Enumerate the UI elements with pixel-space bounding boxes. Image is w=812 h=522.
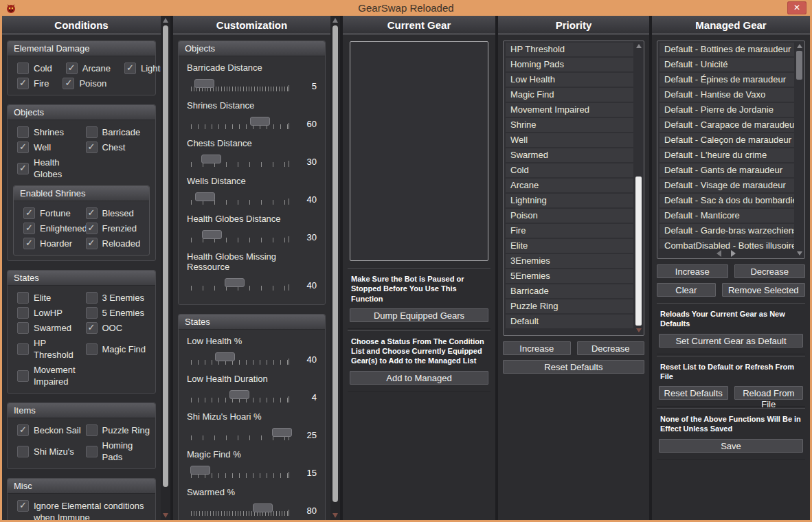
- checkbox-cold[interactable]: Cold: [13, 63, 52, 74]
- checkbox-ooc[interactable]: ✓OOC: [82, 322, 150, 334]
- close-button[interactable]: ✕: [787, 1, 807, 14]
- managed-decrease-button[interactable]: Decrease: [734, 264, 806, 278]
- checkbox-box-icon[interactable]: ✓: [63, 78, 74, 89]
- list-item[interactable]: Default - Carapace de maraudeur: [659, 118, 794, 132]
- managed-scrollbar[interactable]: [796, 43, 803, 257]
- scrollbar-thumb[interactable]: [163, 25, 168, 487]
- list-item[interactable]: Well: [506, 133, 633, 147]
- scrollbar-thumb[interactable]: [796, 51, 802, 80]
- checkbox-beckon-sail[interactable]: ✓Beckon Sail: [13, 424, 82, 436]
- checkbox-box-icon[interactable]: [86, 307, 98, 319]
- list-item[interactable]: Default - Garde-bras warzechiens: [659, 224, 794, 238]
- list-item[interactable]: Magic Find: [506, 88, 633, 102]
- slider-track[interactable]: [191, 78, 289, 93]
- priority-scrollbar[interactable]: [635, 43, 642, 334]
- list-item[interactable]: Default - L'heure du crime: [659, 148, 794, 162]
- slider-track[interactable]: [191, 229, 289, 245]
- checkbox-well[interactable]: ✓Well: [13, 141, 82, 153]
- checkbox-swarmed[interactable]: Swarmed: [13, 322, 82, 334]
- checkbox-box-icon[interactable]: [17, 322, 29, 334]
- checkbox-box-icon[interactable]: [86, 292, 98, 304]
- managed-hscroll[interactable]: [657, 249, 795, 258]
- slider-thumb[interactable]: [229, 390, 249, 399]
- priority-decrease-button[interactable]: Decrease: [577, 341, 645, 355]
- checkbox-box-icon[interactable]: ✓: [23, 207, 35, 219]
- checkbox-shrines[interactable]: Shrines: [13, 126, 82, 138]
- slider-thumb[interactable]: [194, 79, 214, 88]
- checkbox-shi-mizu-s[interactable]: Shi Mizu's: [13, 440, 82, 463]
- slider-track[interactable]: [191, 352, 289, 367]
- list-item[interactable]: Homing Pads: [506, 58, 633, 71]
- checkbox-magic-find[interactable]: Magic Find: [82, 337, 150, 361]
- checkbox-box-icon[interactable]: [86, 343, 98, 355]
- priority-increase-button[interactable]: Increase: [503, 341, 571, 355]
- list-item[interactable]: Default: [506, 315, 633, 328]
- slider-thumb[interactable]: [250, 117, 270, 126]
- slider-thumb[interactable]: [272, 428, 292, 437]
- checkbox-health-globes[interactable]: ✓Health Globes: [13, 157, 82, 180]
- save-button[interactable]: Save: [659, 439, 803, 453]
- scrollbar-thumb[interactable]: [635, 177, 642, 326]
- checkbox-elite[interactable]: Elite: [13, 292, 82, 304]
- scroll-right-icon[interactable]: [731, 250, 736, 257]
- list-item[interactable]: Default - Pierre de Jordanie: [659, 103, 794, 117]
- checkbox-fortune[interactable]: ✓Fortune: [19, 207, 82, 219]
- list-item[interactable]: 5Enemies: [506, 269, 633, 283]
- priority-listbox[interactable]: HP ThresholdHoming PadsLow HealthMagic F…: [503, 41, 644, 336]
- scroll-up-icon[interactable]: [636, 44, 642, 48]
- slider-track[interactable]: [191, 389, 289, 405]
- checkbox-3-enemies[interactable]: 3 Enemies: [82, 292, 150, 304]
- scroll-up-icon[interactable]: [332, 18, 338, 23]
- conditions-scrollbar[interactable]: [161, 16, 170, 520]
- scroll-down-icon[interactable]: [332, 513, 338, 518]
- managed-clear-button[interactable]: Clear: [657, 283, 716, 297]
- slider-track[interactable]: [191, 116, 289, 131]
- checkbox-box-icon[interactable]: [17, 63, 29, 74]
- list-item[interactable]: Default - Hantise de Vaxo: [659, 88, 794, 102]
- add-to-managed-button[interactable]: Add to Managed: [350, 371, 488, 385]
- checkbox-frenzied[interactable]: ✓Frenzied: [82, 223, 144, 234]
- checkbox-barricade[interactable]: Barricade: [82, 126, 150, 138]
- checkbox-box-icon[interactable]: ✓: [17, 500, 29, 512]
- managed-gear-listbox[interactable]: Default - Bottines de maraudeurDefault -…: [657, 41, 805, 259]
- checkbox-box-icon[interactable]: [17, 370, 29, 382]
- checkbox-box-icon[interactable]: ✓: [17, 78, 29, 89]
- checkbox-movement-impaired[interactable]: Movement Impaired: [13, 364, 82, 387]
- checkbox-chest[interactable]: ✓Chest: [82, 141, 150, 153]
- list-item[interactable]: 3Enemies: [506, 254, 633, 268]
- reload-from-file-button[interactable]: Reload From File: [734, 386, 804, 400]
- list-item[interactable]: Default - Manticore: [659, 209, 794, 223]
- checkbox-box-icon[interactable]: [17, 292, 29, 304]
- checkbox-hp-threshold[interactable]: HP Threshold: [13, 337, 82, 361]
- slider-thumb[interactable]: [215, 352, 235, 361]
- checkbox-box-icon[interactable]: [86, 446, 98, 457]
- checkbox-box-icon[interactable]: ✓: [124, 63, 136, 74]
- list-item[interactable]: Barricade: [506, 284, 633, 298]
- checkbox-box-icon[interactable]: [86, 126, 98, 138]
- slider-thumb[interactable]: [253, 503, 273, 512]
- checkbox-ignore-elemental-conditions-when-immune[interactable]: ✓Ignore Elemental conditions when Immune: [13, 500, 150, 520]
- list-item[interactable]: Puzzle Ring: [506, 299, 633, 313]
- slider-thumb[interactable]: [202, 230, 222, 239]
- checkbox-arcane[interactable]: ✓Arcane: [62, 63, 111, 74]
- checkbox-box-icon[interactable]: ✓: [17, 424, 29, 436]
- scroll-down-icon[interactable]: [797, 251, 802, 256]
- list-item[interactable]: Arcane: [506, 179, 633, 192]
- list-item[interactable]: Shrine: [506, 118, 633, 132]
- list-item[interactable]: Default - Visage de maraudeur: [659, 179, 794, 192]
- checkbox-box-icon[interactable]: ✓: [23, 223, 35, 234]
- checkbox-homing-pads[interactable]: Homing Pads: [82, 440, 150, 463]
- list-item[interactable]: Elite: [506, 239, 633, 253]
- set-current-gear-default-button[interactable]: Set Current Gear as Default: [659, 334, 803, 348]
- managed-increase-button[interactable]: Increase: [657, 264, 728, 278]
- scroll-up-icon[interactable]: [797, 44, 802, 48]
- slider-track[interactable]: [191, 503, 289, 518]
- slider-thumb[interactable]: [195, 192, 215, 201]
- scroll-up-icon[interactable]: [163, 18, 168, 23]
- list-item[interactable]: Movement Impaired: [506, 103, 633, 117]
- checkbox-lowhp[interactable]: LowHP: [13, 307, 82, 319]
- checkbox-box-icon[interactable]: ✓: [86, 223, 98, 234]
- dump-equipped-gears-button[interactable]: Dump Equipped Gears: [350, 308, 488, 322]
- checkbox-5-enemies[interactable]: 5 Enemies: [82, 307, 150, 319]
- checkbox-blessed[interactable]: ✓Blessed: [82, 207, 144, 219]
